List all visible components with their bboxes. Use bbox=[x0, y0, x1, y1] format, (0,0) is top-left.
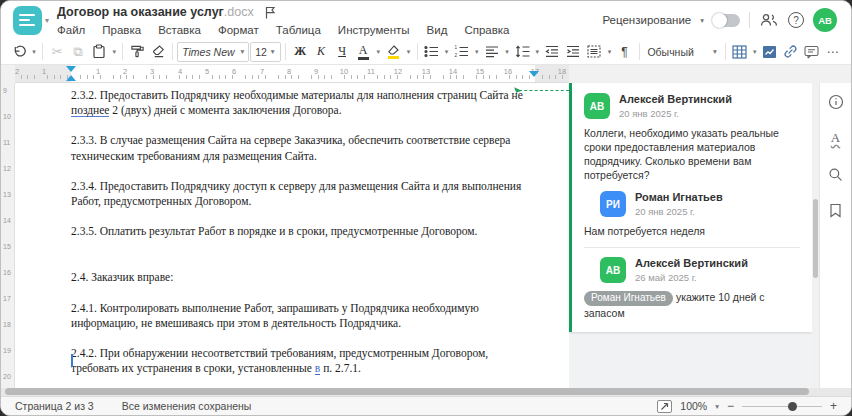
font-name-select[interactable]: Times New ... ▾ bbox=[177, 42, 249, 62]
insert-comment-button[interactable] bbox=[802, 41, 822, 63]
bullet-list-caret-icon[interactable]: ▾ bbox=[442, 48, 450, 56]
line-spacing-button[interactable] bbox=[512, 41, 532, 63]
paragraph[interactable]: 2.3.5. Оплатить результат Работ в порядк… bbox=[71, 224, 533, 239]
ruler-number: 7 bbox=[260, 67, 264, 76]
align-caret-icon[interactable]: ▾ bbox=[503, 48, 511, 56]
numbered-list-button[interactable]: 12 bbox=[452, 41, 472, 63]
vertical-scrollbar[interactable] bbox=[812, 83, 819, 388]
user-avatar[interactable]: АВ bbox=[813, 8, 837, 32]
paragraph-borders-button[interactable] bbox=[584, 41, 604, 63]
align-button[interactable] bbox=[482, 41, 502, 63]
search-icon[interactable] bbox=[825, 163, 847, 185]
cut-button[interactable]: ✂ bbox=[47, 41, 67, 63]
paragraph-style-select[interactable]: Обычный ▾ bbox=[643, 42, 720, 62]
menu-item-table[interactable]: Таблица bbox=[276, 24, 321, 36]
app-logo-icon[interactable] bbox=[13, 6, 42, 35]
paste-caret-icon[interactable]: ▾ bbox=[110, 48, 118, 56]
paste-button[interactable] bbox=[89, 41, 109, 63]
bold-button[interactable]: Ж bbox=[290, 41, 310, 63]
comment-author-avatar: РИ bbox=[600, 191, 626, 217]
italic-button[interactable]: К bbox=[311, 41, 331, 63]
vertical-ruler[interactable]: 9 10 11 12 13 14 15 16 17 18 19 20 bbox=[1, 83, 15, 388]
menu-item-file[interactable]: Файл bbox=[57, 24, 85, 36]
top-bar-right: Рецензирование ▾ ? АВ bbox=[602, 8, 851, 32]
horizontal-ruler[interactable]: 2 1 1 2 3 4 5 6 7 8 9 10 11 12 13 14 15 … bbox=[15, 65, 569, 83]
comment-anchored-text[interactable]: позднее bbox=[71, 104, 109, 117]
paragraph[interactable]: 2.4.1. Контролировать выполнение Работ, … bbox=[71, 301, 533, 331]
comment-text: Коллеги, необходимо указать реальные сро… bbox=[584, 126, 800, 182]
font-size-select[interactable]: 12 ▾ bbox=[250, 42, 281, 62]
comment-author-name: Алексей Вертинский bbox=[635, 257, 748, 270]
spellcheck-icon[interactable]: А bbox=[825, 127, 847, 149]
zoom-caret-icon[interactable]: ▾ bbox=[715, 402, 719, 411]
review-mode-label[interactable]: Рецензирование bbox=[602, 14, 691, 26]
bookmark-icon[interactable] bbox=[825, 199, 847, 221]
comment-thread-card[interactable]: АВ Алексей Вертинский 20 янв 2025 г. Кол… bbox=[569, 83, 812, 332]
paragraph[interactable]: 2.3.3. В случае размещения Сайта на серв… bbox=[71, 133, 533, 163]
bullet-list-button[interactable] bbox=[421, 41, 441, 63]
zoom-in-button[interactable]: + bbox=[830, 399, 837, 413]
insert-image-button[interactable] bbox=[760, 41, 780, 63]
menu-item-help[interactable]: Справка bbox=[464, 24, 509, 36]
paragraph[interactable]: 2.4. Заказчик вправе: bbox=[71, 270, 533, 285]
app-menu-button[interactable]: ▾ bbox=[13, 6, 49, 35]
comment-divider bbox=[584, 247, 800, 248]
paragraph-borders-caret-icon[interactable]: ▾ bbox=[605, 48, 613, 56]
first-line-indent-marker[interactable] bbox=[66, 66, 76, 72]
ruler-number: 6 bbox=[232, 67, 236, 76]
insert-table-caret-icon[interactable]: ▾ bbox=[751, 48, 759, 56]
horizontal-scrollbar[interactable] bbox=[5, 388, 809, 395]
title-menu-block: Договор на оказание услуг .docx Файл Пра… bbox=[57, 1, 510, 39]
copy-button[interactable]: ⧉ bbox=[68, 41, 88, 63]
left-indent-marker[interactable] bbox=[66, 75, 76, 81]
highlight-caret-icon[interactable]: ▾ bbox=[404, 48, 412, 56]
underline-button[interactable]: Ч bbox=[332, 41, 352, 63]
comment-author-name: Алексей Вертинский bbox=[619, 93, 732, 106]
menu-item-edit[interactable]: Правка bbox=[102, 24, 141, 36]
undo-button[interactable] bbox=[9, 41, 29, 63]
undo-caret-icon[interactable]: ▾ bbox=[30, 48, 38, 56]
page-count-label[interactable]: Страница 2 из 3 bbox=[15, 400, 94, 412]
paragraph[interactable]: 2.4.2. При обнаружении несоответствий тр… bbox=[71, 346, 533, 376]
numbered-list-caret-icon[interactable]: ▾ bbox=[473, 48, 481, 56]
saved-status-label: Все изменения сохранены bbox=[122, 400, 252, 412]
decrease-indent-button[interactable] bbox=[542, 41, 562, 63]
app-menu-caret-icon[interactable]: ▾ bbox=[45, 16, 49, 25]
font-color-caret-icon[interactable]: ▾ bbox=[374, 48, 382, 56]
mention-pill[interactable]: Роман Игнатьев bbox=[584, 291, 673, 306]
format-painter-button[interactable] bbox=[127, 41, 147, 63]
highlight-color-button[interactable] bbox=[383, 41, 403, 63]
line-spacing-caret-icon[interactable]: ▾ bbox=[533, 48, 541, 56]
document-page[interactable]: 2.3.2. Предоставить Подрядчику необходим… bbox=[15, 83, 569, 388]
vertical-scrollbar-thumb[interactable] bbox=[813, 199, 818, 278]
menu-item-view[interactable]: Вид bbox=[427, 24, 448, 36]
v-ruler-number: 12 bbox=[3, 165, 11, 172]
show-paragraph-marks-button[interactable]: ¶ bbox=[615, 41, 635, 63]
right-indent-marker[interactable] bbox=[529, 71, 539, 77]
help-icon[interactable]: ? bbox=[788, 12, 804, 28]
menu-item-format[interactable]: Формат bbox=[218, 24, 259, 36]
insert-table-button[interactable] bbox=[730, 41, 750, 63]
menu-item-insert[interactable]: Вставка bbox=[158, 24, 201, 36]
clear-style-button[interactable] bbox=[148, 41, 168, 63]
comment-author-avatar: АВ bbox=[600, 257, 626, 283]
favorite-flag-icon[interactable] bbox=[264, 6, 276, 19]
toolbar-more-button[interactable]: ⋯ bbox=[823, 41, 843, 63]
zoom-slider[interactable] bbox=[742, 406, 822, 407]
zoom-slider-thumb[interactable] bbox=[788, 402, 797, 411]
fit-to-width-button[interactable] bbox=[657, 400, 672, 413]
svg-text:1: 1 bbox=[455, 45, 458, 50]
paragraph[interactable]: 2.3.4. Предоставить Подрядчику доступ к … bbox=[71, 179, 533, 209]
increase-indent-button[interactable] bbox=[563, 41, 583, 63]
insert-link-button[interactable] bbox=[781, 41, 801, 63]
menu-item-tools[interactable]: Инструменты bbox=[338, 24, 410, 36]
review-toggle[interactable] bbox=[713, 14, 740, 27]
paragraph[interactable]: 2.3.2. Предоставить Подрядчику необходим… bbox=[71, 88, 533, 118]
toolbar-separator bbox=[417, 43, 418, 60]
info-icon[interactable] bbox=[825, 91, 847, 113]
review-caret-icon[interactable]: ▾ bbox=[700, 16, 704, 25]
zoom-out-button[interactable]: − bbox=[727, 399, 734, 413]
collaboration-users-icon[interactable] bbox=[759, 10, 779, 30]
zoom-value[interactable]: 100% bbox=[680, 400, 707, 412]
font-color-button[interactable]: А bbox=[353, 41, 373, 63]
